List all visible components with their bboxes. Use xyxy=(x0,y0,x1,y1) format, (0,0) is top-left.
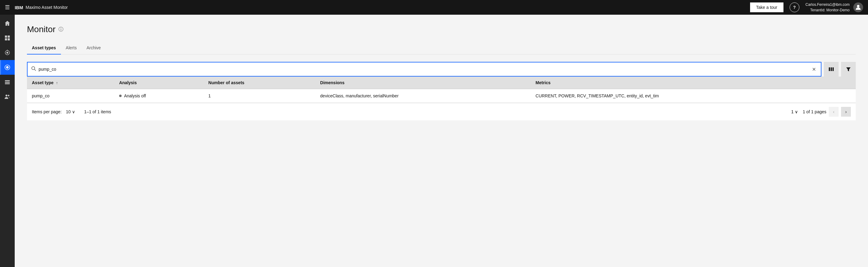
total-pages-text: 1 of 1 pages xyxy=(803,109,826,114)
cell-dimensions: deviceClass, manufacturer, serialNumber xyxy=(315,89,530,103)
next-page-button[interactable]: › xyxy=(841,107,851,116)
page-title: Monitor xyxy=(27,25,56,34)
items-per-page-label: Items per page: xyxy=(32,109,62,114)
search-input[interactable] xyxy=(39,67,808,72)
sidebar xyxy=(0,15,15,267)
svg-rect-11 xyxy=(5,82,10,83)
tab-asset-types[interactable]: Asset types xyxy=(27,42,61,55)
tabs-bar: Asset types Alerts Archive xyxy=(27,42,856,55)
page-controls: 1 ∨ 1 of 1 pages ‹ › xyxy=(789,107,856,116)
page-header: Monitor ⓘ xyxy=(27,25,856,34)
svg-point-14 xyxy=(8,95,9,96)
page-select-chevron: ∨ xyxy=(795,109,798,114)
take-tour-button[interactable]: Take a tour xyxy=(750,2,783,12)
svg-rect-17 xyxy=(829,67,830,71)
columns-button[interactable] xyxy=(824,62,839,76)
svg-point-15 xyxy=(32,67,35,70)
tab-alerts[interactable]: Alerts xyxy=(61,42,82,55)
column-analysis: Analysis xyxy=(114,76,204,89)
brand-product: Maximo Asset Monitor xyxy=(26,5,68,10)
page-range-text: 1–1 of 1 items xyxy=(77,109,111,114)
user-email: Carlos.Ferreira1@ibm.com xyxy=(806,2,849,7)
filter-button[interactable] xyxy=(841,62,856,76)
svg-rect-4 xyxy=(8,38,10,40)
items-per-page-chevron: ∨ xyxy=(72,109,75,114)
sidebar-item-instances[interactable] xyxy=(0,75,15,90)
top-navigation: ☰ IBM Maximo Asset Monitor Take a tour ?… xyxy=(0,0,868,15)
column-metrics: Metrics xyxy=(531,76,856,89)
cell-analysis: Analysis off xyxy=(114,89,204,103)
svg-rect-18 xyxy=(831,67,832,71)
svg-rect-12 xyxy=(5,83,10,84)
cell-num-assets: 1 xyxy=(204,89,315,103)
search-box: ✕ xyxy=(27,62,822,76)
main-content: Monitor ⓘ Asset types Alerts Archive ✕ xyxy=(15,15,868,267)
svg-point-8 xyxy=(6,66,8,69)
brand-logo: IBM Maximo Asset Monitor xyxy=(15,5,68,10)
sidebar-item-users[interactable] xyxy=(0,90,15,104)
help-button[interactable]: ? xyxy=(789,2,799,12)
next-icon: › xyxy=(845,109,847,114)
svg-rect-3 xyxy=(5,38,7,40)
main-layout: Monitor ⓘ Asset types Alerts Archive ✕ xyxy=(0,15,868,267)
user-info: Carlos.Ferreira1@ibm.com TenantId: Monit… xyxy=(806,2,849,13)
search-clear-button[interactable]: ✕ xyxy=(811,65,817,73)
sidebar-item-connect[interactable] xyxy=(0,45,15,60)
hamburger-menu[interactable]: ☰ xyxy=(5,4,10,11)
data-table-wrapper: Asset type ↑ Analysis Number of assets D… xyxy=(27,76,856,120)
cell-metrics: CURRENT, POWER, RCV_TIMESTAMP_UTC, entit… xyxy=(531,89,856,103)
svg-marker-20 xyxy=(846,67,850,71)
column-asset-type[interactable]: Asset type ↑ xyxy=(27,76,114,89)
items-per-page-select[interactable]: 10 ∨ xyxy=(64,108,77,115)
sidebar-item-dashboard[interactable] xyxy=(0,31,15,45)
svg-rect-2 xyxy=(8,35,10,38)
sort-icon-asset-type: ↑ xyxy=(56,81,58,85)
pagination-bar: Items per page: 10 ∨ 1–1 of 1 items 1 ∨ … xyxy=(27,103,856,120)
table-body: pump_co Analysis off 1 deviceClass, manu… xyxy=(27,89,856,103)
analysis-status-label: Analysis off xyxy=(124,93,146,98)
current-page-select[interactable]: 1 ∨ xyxy=(789,108,800,115)
items-per-page-control: Items per page: 10 ∨ xyxy=(27,108,77,115)
tab-archive[interactable]: Archive xyxy=(82,42,106,55)
prev-page-button[interactable]: ‹ xyxy=(829,107,839,116)
cell-asset-type: pump_co xyxy=(27,89,114,103)
current-page-value: 1 xyxy=(791,109,794,114)
column-dimensions: Dimensions xyxy=(315,76,530,89)
sidebar-item-monitor[interactable] xyxy=(0,60,15,75)
asset-types-table: Asset type ↑ Analysis Number of assets D… xyxy=(27,76,856,103)
brand-ibm: IBM xyxy=(15,5,23,10)
table-header: Asset type ↑ Analysis Number of assets D… xyxy=(27,76,856,89)
svg-point-5 xyxy=(6,52,8,54)
items-per-page-value: 10 xyxy=(66,109,71,114)
svg-rect-1 xyxy=(5,35,7,38)
sidebar-item-home[interactable] xyxy=(0,16,15,31)
avatar[interactable] xyxy=(853,2,863,12)
info-icon[interactable]: ⓘ xyxy=(59,26,63,33)
svg-rect-10 xyxy=(5,80,10,81)
column-num-assets: Number of assets xyxy=(204,76,315,89)
svg-point-0 xyxy=(857,5,860,7)
user-tenant: TenantId: Monitor-Demo xyxy=(810,7,849,13)
svg-point-13 xyxy=(5,95,7,96)
table-row[interactable]: pump_co Analysis off 1 deviceClass, manu… xyxy=(27,89,856,103)
svg-line-16 xyxy=(35,69,36,71)
hamburger-icon: ☰ xyxy=(5,4,10,11)
analysis-status-dot xyxy=(119,95,122,97)
svg-rect-19 xyxy=(833,67,834,71)
search-toolbar: ✕ xyxy=(27,62,856,76)
search-icon xyxy=(31,66,36,72)
prev-icon: ‹ xyxy=(833,109,835,114)
